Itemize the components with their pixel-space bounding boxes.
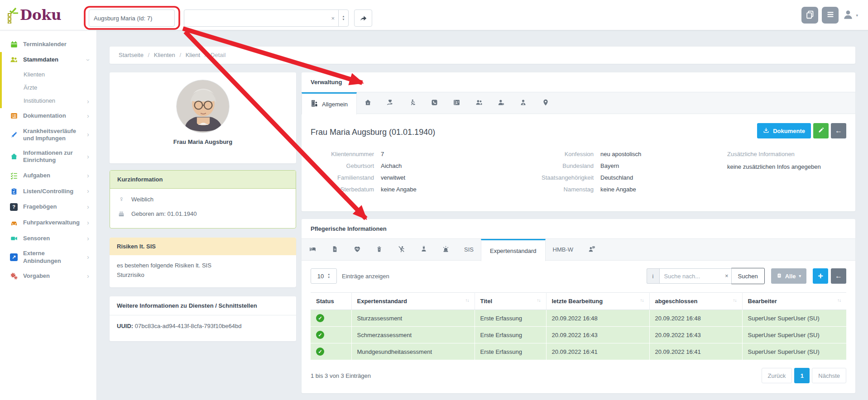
back-button[interactable]: ← bbox=[831, 123, 846, 138]
breadcrumb-klient[interactable]: Klient bbox=[186, 52, 201, 58]
gears-icon bbox=[10, 272, 18, 280]
next-page-button[interactable]: Nächste bbox=[812, 368, 846, 383]
user-menu-button[interactable]: ▾ bbox=[842, 9, 858, 22]
tab-sturz[interactable] bbox=[390, 239, 412, 260]
clipboard-icon bbox=[777, 272, 782, 280]
col-letzte-bearbeitung[interactable]: letzte Bearbeitung↑↓ bbox=[546, 293, 649, 310]
chevron-right-icon: › bbox=[87, 219, 92, 227]
sidebar-item-fuhrpark[interactable]: Fuhrparkverwaltung › bbox=[0, 215, 96, 231]
tab-mobilitaet[interactable] bbox=[401, 92, 423, 114]
sidebar-item-dokumentation[interactable]: Dokumentation › bbox=[0, 108, 96, 124]
pflege-panel: Pflegerische Informationen bbox=[302, 219, 855, 393]
add-entry-button[interactable]: + bbox=[813, 268, 828, 284]
sort-icon: ↑↓ bbox=[733, 298, 737, 303]
sidebar-item-externe[interactable]: ↗ Externe Anbindungen › bbox=[0, 246, 96, 268]
clear-icon[interactable]: × bbox=[327, 15, 338, 22]
app-logo[interactable]: Doku bbox=[7, 6, 62, 25]
tab-betreuung[interactable] bbox=[379, 92, 401, 114]
tab-bericht[interactable] bbox=[324, 239, 346, 260]
sidebar-item-label: Terminkalender bbox=[23, 41, 92, 48]
status-check-icon: ✓ bbox=[316, 314, 324, 322]
birthdate-value: Geboren am: 01.01.1940 bbox=[131, 210, 197, 217]
tab-besprechung[interactable] bbox=[580, 239, 603, 260]
list-menu-button[interactable] bbox=[822, 7, 839, 24]
tab-kontaktdaten[interactable] bbox=[446, 92, 468, 114]
client-photo bbox=[176, 80, 230, 133]
prev-page-button[interactable]: Zurück bbox=[762, 368, 792, 383]
sidebar-item-sensoren[interactable]: Sensoren › bbox=[0, 231, 96, 247]
heart-pulse-icon bbox=[353, 245, 361, 254]
copy-pages-icon bbox=[805, 10, 815, 21]
tab-adresse[interactable] bbox=[534, 92, 556, 114]
field-label: Staatsangehörigkeit bbox=[521, 174, 594, 181]
cell-expertenstandard: Sturzassessment bbox=[351, 310, 475, 327]
tab-expertenstandard[interactable]: Expertenstandard bbox=[481, 239, 546, 261]
clear-search-icon[interactable]: × bbox=[725, 272, 729, 279]
gender-row: ♀ Weiblich bbox=[117, 195, 288, 203]
nurse-icon bbox=[420, 245, 427, 254]
filter-alle-button[interactable]: Alle ▾ bbox=[771, 268, 806, 284]
sidebar-item-terminkalender[interactable]: Terminkalender bbox=[0, 37, 96, 52]
stepper-icon[interactable]: ▲▼ bbox=[338, 10, 348, 26]
doctor-icon bbox=[519, 99, 527, 108]
table-row[interactable]: ✓ Mundgesundheitassessment Erste Erfassu… bbox=[311, 343, 846, 360]
detail-column: Verwaltung Allgemein bbox=[302, 72, 855, 393]
table-row[interactable]: ✓ Schmerzassessment Erste Erfassung 20.0… bbox=[311, 327, 846, 343]
tab-vitalwerte[interactable] bbox=[346, 239, 368, 260]
col-expertenstandard[interactable]: Expertenstandard↑↓ bbox=[351, 293, 475, 310]
tab-wohnen[interactable] bbox=[357, 92, 379, 114]
sidebar-item-stammdaten[interactable]: Stammdaten › bbox=[2, 52, 96, 68]
current-page-button[interactable]: 1 bbox=[794, 368, 810, 383]
tab-hmbw[interactable]: HMB-W bbox=[546, 239, 581, 260]
breadcrumb-detail: Detail bbox=[211, 52, 225, 58]
suchen-button[interactable]: Suchen bbox=[731, 268, 765, 284]
tab-aerzte[interactable] bbox=[512, 92, 534, 114]
walking-person-icon bbox=[408, 99, 416, 108]
client-search-input[interactable] bbox=[89, 10, 175, 27]
col-titel[interactable]: Titel↑↓ bbox=[475, 293, 546, 310]
sidebar-item-label: Stammdaten bbox=[23, 56, 82, 63]
verwaltung-title: Verwaltung bbox=[302, 72, 855, 92]
page-length-select[interactable]: 10 ▲▼ bbox=[311, 268, 337, 284]
edit-button[interactable] bbox=[813, 123, 829, 138]
tab-notfall[interactable] bbox=[435, 239, 457, 260]
windows-button[interactable] bbox=[801, 7, 818, 24]
logo-text: Doku bbox=[20, 6, 62, 24]
sidebar-item-aufgaben[interactable]: Aufgaben › bbox=[0, 168, 96, 184]
field-label: Zusätzliche Informationen bbox=[727, 151, 846, 157]
tab-ausscheidung[interactable] bbox=[368, 239, 390, 260]
field-value: 7 bbox=[381, 151, 384, 157]
client-name: Frau Maria Augsburg bbox=[110, 138, 296, 145]
sidebar-item-institutionen[interactable]: Institutionen › bbox=[2, 94, 96, 108]
chevron-right-icon: › bbox=[87, 253, 92, 262]
tab-pflegekraft[interactable] bbox=[412, 239, 435, 260]
sidebar-item-vorgaben[interactable]: Vorgaben › bbox=[0, 268, 96, 284]
cell-abgeschlossen: 20.09.2022 16:41 bbox=[649, 343, 742, 360]
col-abgeschlossen[interactable]: abgeschlossen↑↓ bbox=[649, 293, 742, 310]
col-bearbeiter[interactable]: Bearbeiter↑↓ bbox=[742, 293, 846, 310]
sidebar-item-frageboegen[interactable]: ? Fragebögen › bbox=[0, 199, 96, 215]
tab-kontakt[interactable] bbox=[423, 92, 446, 114]
sidebar-item-listen[interactable]: Listen/Controlling › bbox=[0, 183, 96, 199]
dokumente-button[interactable]: Dokumente bbox=[757, 123, 811, 138]
sidebar-item-aerzte[interactable]: Ärzte bbox=[2, 81, 96, 94]
tab-sis[interactable]: SIS bbox=[457, 239, 481, 260]
breadcrumb-klienten[interactable]: Klienten bbox=[154, 52, 175, 58]
birthdate-row: Geboren am: 01.01.1940 bbox=[117, 210, 288, 217]
table-row[interactable]: ✓ Sturzassessment Erste Erfassung 20.09.… bbox=[311, 310, 846, 327]
back-button[interactable]: ← bbox=[831, 268, 846, 284]
sidebar-item-krankheitsverlaeufe[interactable]: Krankheitsverläufe und Impfungen › bbox=[0, 124, 96, 146]
tab-allgemein[interactable]: Allgemein bbox=[302, 92, 357, 114]
tab-angehoerige[interactable] bbox=[468, 92, 490, 114]
tab-betreuer[interactable] bbox=[490, 92, 512, 114]
breadcrumb-startseite[interactable]: Startseite bbox=[119, 52, 144, 58]
tab-bett[interactable] bbox=[302, 239, 324, 260]
secondary-search-select[interactable]: × ▲▼ bbox=[184, 10, 349, 27]
sidebar-item-klienten[interactable]: Klienten bbox=[2, 68, 96, 81]
forward-button[interactable] bbox=[354, 10, 372, 27]
sidebar-item-einrichtung[interactable]: Informationen zur Einrichtung › bbox=[0, 146, 96, 168]
status-check-icon: ✓ bbox=[316, 331, 324, 339]
table-controls: 10 ▲▼ Einträge anzeigen i × Suchen bbox=[302, 261, 855, 291]
table-search-input[interactable] bbox=[659, 268, 732, 284]
video-camera-icon bbox=[10, 234, 18, 243]
